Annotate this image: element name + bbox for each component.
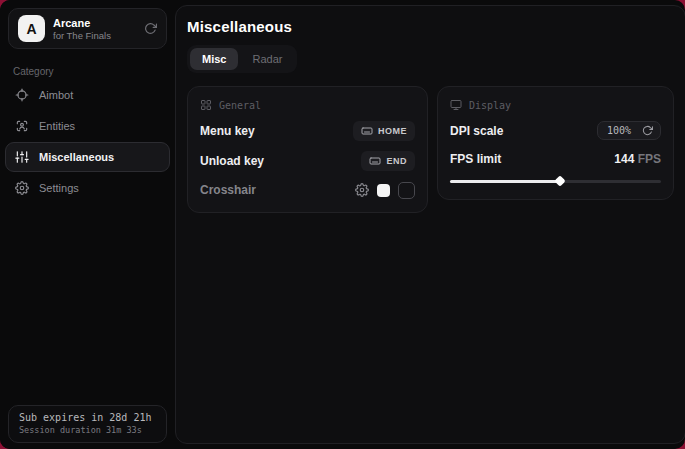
sidebar-item-label: Entities xyxy=(39,120,75,132)
sidebar-item-aimbot[interactable]: Aimbot xyxy=(5,80,170,110)
unload-key-label: Unload key xyxy=(200,154,264,168)
grid-icon xyxy=(200,99,212,111)
display-card-title: Display xyxy=(469,100,511,111)
tab-bar: Misc Radar xyxy=(187,45,297,73)
slider-handle[interactable] xyxy=(554,175,565,186)
brand-subtitle: for The Finals xyxy=(53,30,111,41)
crosshair-icon xyxy=(15,88,29,102)
tab-misc[interactable]: Misc xyxy=(190,48,238,70)
menu-key-label: Menu key xyxy=(200,124,255,138)
brand-title: Arcane xyxy=(53,17,111,29)
fps-unit: FPS xyxy=(638,152,661,166)
dpi-scale-value[interactable]: 100% xyxy=(598,122,640,139)
crosshair-checkbox[interactable] xyxy=(398,182,415,199)
menu-key-bind-button[interactable]: HOME xyxy=(353,121,415,141)
sidebar-item-label: Settings xyxy=(39,182,79,194)
sidebar-item-entities[interactable]: Entities xyxy=(5,111,170,141)
sliders-icon xyxy=(15,150,29,164)
subscription-info-card: Sub expires in 28d 21h Session duration … xyxy=(8,405,167,443)
general-card-header: General xyxy=(200,99,415,111)
keyboard-icon xyxy=(369,155,381,167)
category-label: Category xyxy=(13,66,175,77)
keyboard-icon xyxy=(361,125,373,137)
monitor-icon xyxy=(450,99,462,111)
sidebar-item-label: Aimbot xyxy=(39,89,73,101)
dpi-scale-label: DPI scale xyxy=(450,124,503,138)
dpi-reset-icon[interactable] xyxy=(640,122,660,139)
unload-key-value: END xyxy=(386,156,407,166)
sidebar-item-settings[interactable]: Settings xyxy=(5,173,170,203)
unload-key-bind-button[interactable]: END xyxy=(361,151,415,171)
backdrop: A Arcane for The Finals Category Aimbot xyxy=(0,0,685,449)
brand-text: Arcane for The Finals xyxy=(53,17,111,41)
fps-limit-row: FPS limit 144 FPS xyxy=(450,150,661,168)
unload-key-row: Unload key END xyxy=(200,151,415,171)
general-card-title: General xyxy=(219,100,261,111)
general-card: General Menu key HOME Unload key xyxy=(187,86,428,213)
crosshair-controls xyxy=(355,182,415,199)
sidebar-nav: Aimbot Entities Miscellaneous xyxy=(0,80,175,203)
person-scan-icon xyxy=(15,119,29,133)
crosshair-color-swatch[interactable] xyxy=(377,184,390,197)
crosshair-settings-gear-icon[interactable] xyxy=(355,183,369,197)
fps-limit-value: 144 FPS xyxy=(614,152,661,166)
cards-row: General Menu key HOME Unload key xyxy=(187,86,674,213)
menu-key-value: HOME xyxy=(378,126,407,136)
page-title: Miscellaneous xyxy=(187,18,674,35)
brand-card: A Arcane for The Finals xyxy=(8,8,167,49)
tab-radar[interactable]: Radar xyxy=(240,48,294,70)
dpi-scale-row: DPI scale 100% xyxy=(450,121,661,140)
sidebar-item-miscellaneous[interactable]: Miscellaneous xyxy=(5,142,170,172)
sidebar: A Arcane for The Finals Category Aimbot xyxy=(0,0,175,449)
main-panel: Miscellaneous Misc Radar General Menu ke… xyxy=(175,5,685,444)
sub-expiry-text: Sub expires in 28d 21h xyxy=(19,412,156,423)
session-duration-text: Session duration 31m 33s xyxy=(19,425,156,435)
fps-limit-slider[interactable] xyxy=(450,176,661,186)
app-window: A Arcane for The Finals Category Aimbot xyxy=(0,0,685,449)
crosshair-row: Crosshair xyxy=(200,181,415,199)
refresh-icon[interactable] xyxy=(144,22,157,35)
menu-key-row: Menu key HOME xyxy=(200,121,415,141)
display-card-header: Display xyxy=(450,99,661,111)
fps-limit-label: FPS limit xyxy=(450,152,501,166)
app-logo: A xyxy=(18,15,45,42)
slider-fill xyxy=(450,180,560,183)
gear-icon xyxy=(15,181,29,195)
crosshair-label: Crosshair xyxy=(200,183,256,197)
dpi-scale-control: 100% xyxy=(597,121,661,140)
sidebar-item-label: Miscellaneous xyxy=(39,151,114,163)
display-card: Display DPI scale 100% FPS limit xyxy=(437,86,674,200)
fps-number: 144 xyxy=(614,152,634,166)
